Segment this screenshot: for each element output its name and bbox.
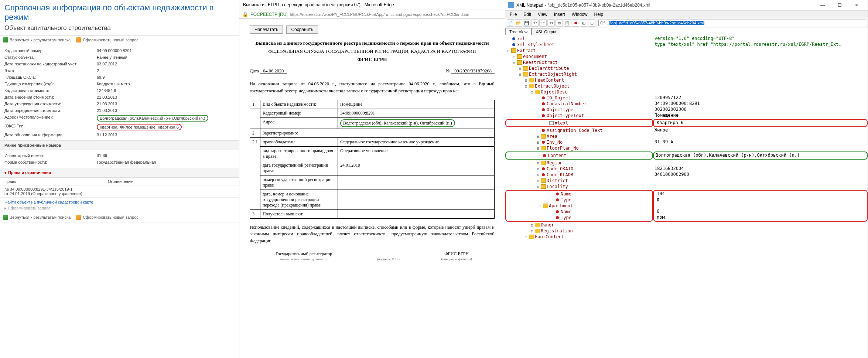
value-cell[interactable]	[653, 71, 868, 77]
undo-button[interactable]: ↶	[531, 19, 539, 27]
save-button[interactable]: Сохранить	[286, 25, 318, 34]
value-cell[interactable]: Помещение	[653, 113, 868, 119]
new-file-button[interactable]: 📄	[507, 19, 514, 27]
tree-node[interactable]: ID_Object	[505, 95, 653, 101]
back-to-results-link[interactable]: Вернуться к результатам поиска	[3, 37, 71, 42]
value-cell[interactable]: 002002002000	[653, 107, 868, 113]
expand-icon[interactable]: ⊟	[512, 61, 516, 65]
menu-edit[interactable]: Edit	[520, 11, 534, 18]
tree-node[interactable]: ⊞HeadContent	[505, 77, 653, 83]
expand-icon[interactable]: ⊟	[506, 49, 510, 53]
expand-icon[interactable]: ⊞	[530, 229, 534, 233]
tree-column[interactable]: xmlxml-stylesheet⊟Extract⊞eDocument⊟Rees…	[505, 35, 653, 358]
value-cell[interactable]: 34:09:000000:8291	[653, 101, 868, 107]
expand-icon[interactable]: ⊞	[518, 67, 522, 71]
tree-node[interactable]: Assignation_Code_Text	[505, 127, 653, 133]
tree-node[interactable]: ⊟ExtractObjectRight	[505, 71, 653, 77]
expand-icon[interactable]: ⊟	[518, 72, 522, 76]
expand-icon[interactable]: ⊞	[536, 134, 540, 139]
paste-button[interactable]: 📋	[564, 19, 571, 27]
value-cell[interactable]	[653, 222, 868, 228]
tree-node[interactable]: Type	[508, 197, 651, 203]
open-button[interactable]: 📂	[515, 19, 522, 27]
tree-node[interactable]: ⊞District	[505, 178, 653, 184]
cut-button[interactable]: ✂	[547, 19, 555, 27]
menu-insert[interactable]: Insert	[551, 11, 568, 18]
expand-icon[interactable]: ⊟	[538, 204, 542, 208]
value-cell[interactable]: пом	[655, 215, 865, 221]
expand-icon[interactable]: ⊞	[536, 185, 540, 189]
tree-node[interactable]: Type	[508, 215, 651, 221]
tree-node[interactable]: ⊞Area	[505, 133, 653, 139]
tree-node[interactable]: ⊞Inv_No	[505, 139, 653, 145]
expand-icon[interactable]: ⊞	[536, 146, 540, 150]
value-cell[interactable]	[653, 145, 868, 151]
new-request-link-2[interactable]: Сформировать новый запрос	[76, 215, 139, 220]
collapse-button[interactable]: ⊟	[588, 19, 595, 27]
value-cell[interactable]	[653, 133, 868, 139]
find-on-map-link[interactable]: Найти объект на публичной кадастровой ка…	[4, 200, 235, 204]
value-cell[interactable]: 104	[655, 191, 865, 197]
tree-node[interactable]: ⊞FootContent	[505, 234, 653, 240]
tree-node[interactable]: ObjectTypeText	[505, 113, 653, 119]
value-column[interactable]: version="1.0" encoding="UTF-8"type="text…	[653, 35, 868, 358]
value-cell[interactable]: д	[655, 197, 865, 203]
tree-node[interactable]: ⊞Registration	[505, 228, 653, 234]
menu-help[interactable]: Help	[591, 11, 606, 18]
value-cell[interactable]	[655, 203, 865, 209]
copy-button[interactable]: ⧉	[556, 19, 563, 27]
tree-node[interactable]: ⊞Code_KLADR	[505, 172, 653, 178]
tree-node[interactable]: Name	[508, 209, 651, 215]
menu-view[interactable]: View	[535, 11, 550, 18]
section-rights[interactable]: ▾Права и ограничения	[0, 168, 239, 178]
expand-icon[interactable]: ⊟	[524, 84, 528, 88]
value-cell[interactable]: 31-39 А	[653, 139, 868, 145]
url-text[interactable]: https://rosreestr.ru/wps/PA_FCCLPGURCckP…	[290, 12, 471, 17]
tree-node[interactable]: ⊞FloorPlan_No	[505, 145, 653, 151]
expand-icon[interactable]: ⊟	[530, 90, 534, 94]
menu-window[interactable]: Window	[569, 11, 591, 18]
tab-tree-view[interactable]: Tree View	[505, 28, 532, 35]
tab-xsl-output[interactable]: XSL Output	[532, 28, 560, 35]
value-cell[interactable]: 3401000002900	[653, 172, 868, 178]
expand-icon[interactable]: ⊞	[536, 173, 540, 177]
value-cell[interactable]: type="text/xsl" href="https://portal.ros…	[653, 42, 868, 48]
tree-node[interactable]: ⊞Owner	[505, 222, 653, 228]
tree-node[interactable]: ObjectType	[505, 107, 653, 113]
expand-icon[interactable]: ⊞	[536, 167, 540, 171]
tree-node[interactable]: ⊟ReestrExtract	[505, 59, 653, 65]
tree-node[interactable]: ⊞eDocument	[505, 54, 653, 59]
tree-node[interactable]: ⊟ExtractObject	[505, 83, 653, 89]
value-cell[interactable]	[653, 160, 868, 166]
value-cell[interactable]	[653, 83, 868, 89]
value-cell[interactable]	[653, 54, 868, 59]
menu-file[interactable]: File	[507, 11, 520, 18]
maximize-button[interactable]: ☐	[831, 1, 848, 9]
value-cell[interactable]: version="1.0" encoding="UTF-8"	[653, 36, 868, 42]
value-cell[interactable]: 6	[655, 209, 865, 215]
tree-node[interactable]: ⊞Region	[505, 160, 653, 166]
tree-node[interactable]: #text	[508, 120, 651, 126]
value-cell[interactable]	[653, 228, 868, 234]
tree-node[interactable]: ⊟ObjectDesc	[505, 89, 653, 95]
value-cell[interactable]	[653, 178, 868, 184]
value-cell[interactable]: Жилое	[653, 127, 868, 133]
save-button[interactable]: 💾	[523, 19, 530, 27]
expand-icon[interactable]: ⊞	[530, 223, 534, 227]
tree-node[interactable]: ⊞Code_OKATO	[505, 166, 653, 172]
value-cell[interactable]	[653, 77, 868, 83]
tree-node[interactable]: ⊞DeclarAttribute	[505, 65, 653, 71]
tree-node[interactable]: xml	[505, 36, 653, 42]
back-to-results-link-2[interactable]: Вернуться к результатам поиска	[3, 215, 71, 220]
expand-icon[interactable]: ⊞	[512, 55, 516, 59]
value-cell[interactable]	[653, 234, 868, 240]
minimize-button[interactable]: ―	[814, 1, 831, 9]
value-cell[interactable]	[653, 89, 868, 95]
tree-node[interactable]: xml-stylesheet	[505, 42, 653, 48]
expand-icon[interactable]: ⊞	[536, 161, 540, 165]
expand-icon[interactable]: ⊞	[524, 78, 528, 82]
tree-node[interactable]: ⊞Locality	[505, 184, 653, 190]
value-cell[interactable]: 18216832004	[653, 166, 868, 172]
path-input[interactable]: C:\…\obj_dc5d1d05-a857-48b9-bb0a-2ac1d46…	[598, 20, 866, 26]
value-cell[interactable]	[653, 59, 868, 65]
